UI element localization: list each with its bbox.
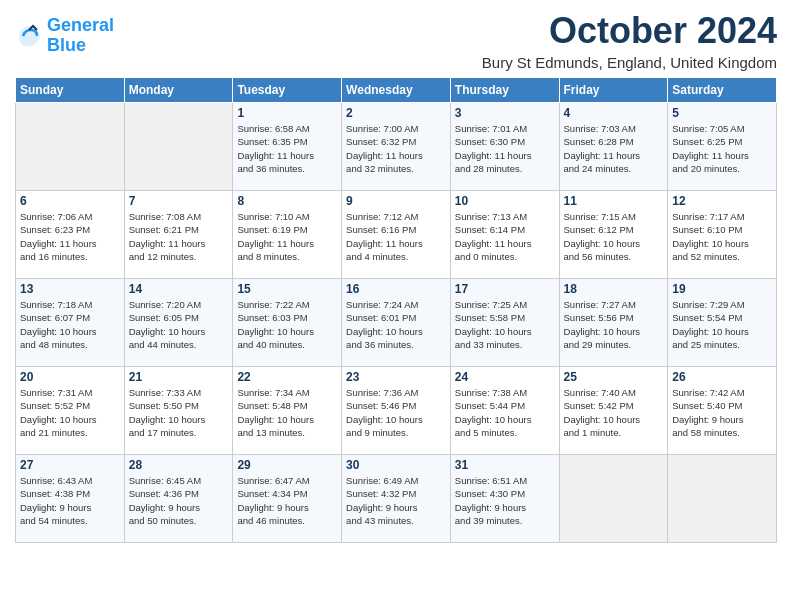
- day-info: Sunrise: 7:06 AM Sunset: 6:23 PM Dayligh…: [20, 210, 120, 263]
- day-number: 21: [129, 370, 229, 384]
- location: Bury St Edmunds, England, United Kingdom: [482, 54, 777, 71]
- day-info: Sunrise: 7:20 AM Sunset: 6:05 PM Dayligh…: [129, 298, 229, 351]
- calendar-cell: 3Sunrise: 7:01 AM Sunset: 6:30 PM Daylig…: [450, 103, 559, 191]
- logo-text: General Blue: [47, 16, 114, 56]
- day-info: Sunrise: 7:12 AM Sunset: 6:16 PM Dayligh…: [346, 210, 446, 263]
- logo: General Blue: [15, 16, 114, 56]
- day-number: 10: [455, 194, 555, 208]
- day-number: 23: [346, 370, 446, 384]
- day-info: Sunrise: 7:27 AM Sunset: 5:56 PM Dayligh…: [564, 298, 664, 351]
- calendar-cell: 28Sunrise: 6:45 AM Sunset: 4:36 PM Dayli…: [124, 455, 233, 543]
- calendar-week-1: 1Sunrise: 6:58 AM Sunset: 6:35 PM Daylig…: [16, 103, 777, 191]
- day-info: Sunrise: 7:03 AM Sunset: 6:28 PM Dayligh…: [564, 122, 664, 175]
- calendar-cell: 1Sunrise: 6:58 AM Sunset: 6:35 PM Daylig…: [233, 103, 342, 191]
- day-info: Sunrise: 7:01 AM Sunset: 6:30 PM Dayligh…: [455, 122, 555, 175]
- weekday-friday: Friday: [559, 78, 668, 103]
- calendar-cell: 8Sunrise: 7:10 AM Sunset: 6:19 PM Daylig…: [233, 191, 342, 279]
- day-info: Sunrise: 7:42 AM Sunset: 5:40 PM Dayligh…: [672, 386, 772, 439]
- weekday-saturday: Saturday: [668, 78, 777, 103]
- calendar-cell: 11Sunrise: 7:15 AM Sunset: 6:12 PM Dayli…: [559, 191, 668, 279]
- calendar-cell: [559, 455, 668, 543]
- calendar-week-2: 6Sunrise: 7:06 AM Sunset: 6:23 PM Daylig…: [16, 191, 777, 279]
- calendar-cell: 12Sunrise: 7:17 AM Sunset: 6:10 PM Dayli…: [668, 191, 777, 279]
- calendar-cell: 31Sunrise: 6:51 AM Sunset: 4:30 PM Dayli…: [450, 455, 559, 543]
- calendar-cell: 10Sunrise: 7:13 AM Sunset: 6:14 PM Dayli…: [450, 191, 559, 279]
- calendar-header: Sunday Monday Tuesday Wednesday Thursday…: [16, 78, 777, 103]
- day-info: Sunrise: 7:17 AM Sunset: 6:10 PM Dayligh…: [672, 210, 772, 263]
- calendar-cell: 22Sunrise: 7:34 AM Sunset: 5:48 PM Dayli…: [233, 367, 342, 455]
- day-number: 30: [346, 458, 446, 472]
- calendar-cell: 15Sunrise: 7:22 AM Sunset: 6:03 PM Dayli…: [233, 279, 342, 367]
- day-number: 16: [346, 282, 446, 296]
- day-info: Sunrise: 7:05 AM Sunset: 6:25 PM Dayligh…: [672, 122, 772, 175]
- calendar-cell: 25Sunrise: 7:40 AM Sunset: 5:42 PM Dayli…: [559, 367, 668, 455]
- calendar-cell: 30Sunrise: 6:49 AM Sunset: 4:32 PM Dayli…: [342, 455, 451, 543]
- weekday-wednesday: Wednesday: [342, 78, 451, 103]
- day-number: 20: [20, 370, 120, 384]
- day-number: 14: [129, 282, 229, 296]
- day-number: 17: [455, 282, 555, 296]
- calendar-cell: 21Sunrise: 7:33 AM Sunset: 5:50 PM Dayli…: [124, 367, 233, 455]
- weekday-sunday: Sunday: [16, 78, 125, 103]
- day-info: Sunrise: 7:34 AM Sunset: 5:48 PM Dayligh…: [237, 386, 337, 439]
- weekday-row: Sunday Monday Tuesday Wednesday Thursday…: [16, 78, 777, 103]
- calendar-week-5: 27Sunrise: 6:43 AM Sunset: 4:38 PM Dayli…: [16, 455, 777, 543]
- day-info: Sunrise: 7:31 AM Sunset: 5:52 PM Dayligh…: [20, 386, 120, 439]
- day-info: Sunrise: 7:29 AM Sunset: 5:54 PM Dayligh…: [672, 298, 772, 351]
- day-number: 28: [129, 458, 229, 472]
- day-number: 11: [564, 194, 664, 208]
- day-info: Sunrise: 6:45 AM Sunset: 4:36 PM Dayligh…: [129, 474, 229, 527]
- day-number: 19: [672, 282, 772, 296]
- day-info: Sunrise: 7:36 AM Sunset: 5:46 PM Dayligh…: [346, 386, 446, 439]
- day-number: 29: [237, 458, 337, 472]
- calendar-cell: 20Sunrise: 7:31 AM Sunset: 5:52 PM Dayli…: [16, 367, 125, 455]
- calendar-cell: [668, 455, 777, 543]
- day-info: Sunrise: 7:33 AM Sunset: 5:50 PM Dayligh…: [129, 386, 229, 439]
- calendar-cell: 5Sunrise: 7:05 AM Sunset: 6:25 PM Daylig…: [668, 103, 777, 191]
- calendar-body: 1Sunrise: 6:58 AM Sunset: 6:35 PM Daylig…: [16, 103, 777, 543]
- day-info: Sunrise: 6:47 AM Sunset: 4:34 PM Dayligh…: [237, 474, 337, 527]
- calendar-cell: 6Sunrise: 7:06 AM Sunset: 6:23 PM Daylig…: [16, 191, 125, 279]
- day-number: 6: [20, 194, 120, 208]
- day-info: Sunrise: 7:22 AM Sunset: 6:03 PM Dayligh…: [237, 298, 337, 351]
- day-info: Sunrise: 7:25 AM Sunset: 5:58 PM Dayligh…: [455, 298, 555, 351]
- day-info: Sunrise: 7:38 AM Sunset: 5:44 PM Dayligh…: [455, 386, 555, 439]
- calendar-cell: 13Sunrise: 7:18 AM Sunset: 6:07 PM Dayli…: [16, 279, 125, 367]
- title-block: October 2024 Bury St Edmunds, England, U…: [482, 10, 777, 71]
- day-number: 3: [455, 106, 555, 120]
- weekday-tuesday: Tuesday: [233, 78, 342, 103]
- logo-icon: [15, 22, 43, 50]
- calendar-cell: 4Sunrise: 7:03 AM Sunset: 6:28 PM Daylig…: [559, 103, 668, 191]
- day-info: Sunrise: 7:24 AM Sunset: 6:01 PM Dayligh…: [346, 298, 446, 351]
- weekday-monday: Monday: [124, 78, 233, 103]
- day-info: Sunrise: 7:13 AM Sunset: 6:14 PM Dayligh…: [455, 210, 555, 263]
- page-header: General Blue October 2024 Bury St Edmund…: [15, 10, 777, 71]
- day-info: Sunrise: 6:43 AM Sunset: 4:38 PM Dayligh…: [20, 474, 120, 527]
- day-number: 24: [455, 370, 555, 384]
- day-number: 18: [564, 282, 664, 296]
- day-info: Sunrise: 6:51 AM Sunset: 4:30 PM Dayligh…: [455, 474, 555, 527]
- day-info: Sunrise: 6:58 AM Sunset: 6:35 PM Dayligh…: [237, 122, 337, 175]
- calendar-cell: 14Sunrise: 7:20 AM Sunset: 6:05 PM Dayli…: [124, 279, 233, 367]
- day-number: 15: [237, 282, 337, 296]
- day-number: 5: [672, 106, 772, 120]
- calendar-cell: 16Sunrise: 7:24 AM Sunset: 6:01 PM Dayli…: [342, 279, 451, 367]
- day-number: 12: [672, 194, 772, 208]
- day-number: 22: [237, 370, 337, 384]
- day-number: 25: [564, 370, 664, 384]
- day-info: Sunrise: 7:18 AM Sunset: 6:07 PM Dayligh…: [20, 298, 120, 351]
- day-info: Sunrise: 6:49 AM Sunset: 4:32 PM Dayligh…: [346, 474, 446, 527]
- calendar-cell: 7Sunrise: 7:08 AM Sunset: 6:21 PM Daylig…: [124, 191, 233, 279]
- calendar-cell: 23Sunrise: 7:36 AM Sunset: 5:46 PM Dayli…: [342, 367, 451, 455]
- calendar-cell: 9Sunrise: 7:12 AM Sunset: 6:16 PM Daylig…: [342, 191, 451, 279]
- day-number: 9: [346, 194, 446, 208]
- weekday-thursday: Thursday: [450, 78, 559, 103]
- calendar-cell: 17Sunrise: 7:25 AM Sunset: 5:58 PM Dayli…: [450, 279, 559, 367]
- calendar-cell: 19Sunrise: 7:29 AM Sunset: 5:54 PM Dayli…: [668, 279, 777, 367]
- day-number: 31: [455, 458, 555, 472]
- day-info: Sunrise: 7:00 AM Sunset: 6:32 PM Dayligh…: [346, 122, 446, 175]
- month-title: October 2024: [482, 10, 777, 52]
- calendar-cell: 27Sunrise: 6:43 AM Sunset: 4:38 PM Dayli…: [16, 455, 125, 543]
- calendar-cell: [124, 103, 233, 191]
- day-number: 8: [237, 194, 337, 208]
